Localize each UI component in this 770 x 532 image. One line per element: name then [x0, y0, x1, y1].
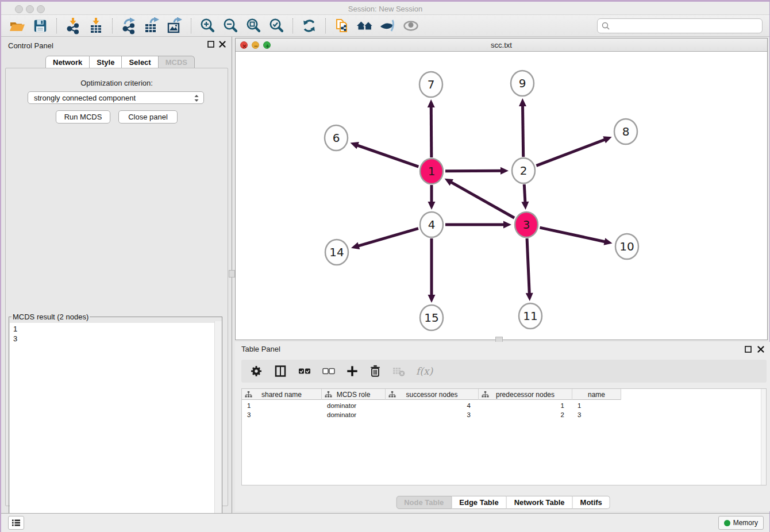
- open-folder-icon: [9, 17, 26, 34]
- toolbar-separator: [325, 18, 326, 33]
- zoom-selected-button[interactable]: [267, 17, 286, 35]
- tab-edge-table[interactable]: Edge Table: [452, 496, 506, 509]
- delete-table-icon: [392, 365, 406, 377]
- column-label: shared name: [261, 391, 302, 399]
- arrowhead: [351, 142, 359, 149]
- function-builder-button[interactable]: f(x): [416, 365, 433, 377]
- cell: 1: [479, 401, 572, 410]
- task-history-button[interactable]: [8, 516, 24, 530]
- table-panel-title: Table Panel: [241, 345, 280, 353]
- float-panel-icon[interactable]: [207, 41, 214, 48]
- arrowhead: [428, 295, 436, 303]
- column-header-shared-name[interactable]: shared name: [242, 389, 322, 400]
- tab-network[interactable]: Network: [45, 56, 90, 68]
- node-label-15: 15: [424, 311, 438, 325]
- column-header-MCDS-role[interactable]: MCDS role: [322, 389, 386, 400]
- network-window-titlebar: scc.txt: [236, 38, 767, 52]
- select-all-button[interactable]: [298, 366, 311, 376]
- run-mcds-button[interactable]: Run MCDS: [56, 110, 110, 124]
- panel-divider-handle[interactable]: [229, 270, 235, 277]
- zoom-fit-button[interactable]: [244, 17, 263, 35]
- close-panel-button[interactable]: Close panel: [118, 110, 178, 124]
- arrowhead: [351, 242, 360, 249]
- column-label: predecessor nodes: [496, 391, 555, 399]
- edge-1-2[interactable]: [445, 171, 502, 171]
- eye-icon: [402, 17, 420, 34]
- tab-motifs[interactable]: Motifs: [573, 496, 610, 509]
- save-session-button[interactable]: [30, 17, 50, 35]
- close-table-panel-icon[interactable]: [757, 346, 764, 353]
- import-network-icon: [64, 17, 82, 34]
- cell: 1: [242, 401, 322, 410]
- table-header-row: shared nameMCDS rolesuccessor nodesprede…: [242, 389, 621, 400]
- show-all-button[interactable]: [401, 17, 421, 35]
- edge-3-1[interactable]: [451, 182, 514, 218]
- control-panel-title: Control Panel: [8, 41, 53, 50]
- column-header-name[interactable]: name: [572, 389, 621, 400]
- edge-4-14[interactable]: [357, 229, 418, 246]
- arrowhead: [428, 202, 436, 210]
- network-canvas[interactable]: 7968124314101511: [236, 52, 767, 340]
- tab-node-table[interactable]: Node Table: [396, 496, 452, 509]
- arrowhead: [604, 238, 613, 245]
- export-image-button[interactable]: [165, 17, 184, 35]
- criterion-dropdown[interactable]: strongly connected component: [28, 91, 204, 104]
- edge-2-9[interactable]: [523, 105, 523, 157]
- tab-select[interactable]: Select: [122, 56, 158, 68]
- export-table-button[interactable]: [142, 17, 161, 35]
- table-row[interactable]: 1dominator411: [242, 401, 621, 410]
- open-session-button[interactable]: [7, 17, 27, 35]
- mcds-result-list[interactable]: 13: [10, 323, 221, 525]
- zoom-out-button[interactable]: [221, 17, 240, 35]
- delete-column-button[interactable]: [369, 364, 382, 378]
- attribute-icon: [388, 391, 396, 398]
- edge-1-6[interactable]: [357, 145, 418, 167]
- zoom-fit-icon: [245, 17, 262, 34]
- close-panel-icon[interactable]: [219, 41, 226, 48]
- table-row[interactable]: 3dominator323: [242, 410, 621, 419]
- application-window: Session: New Session: [0, 0, 770, 532]
- network-title: scc.txt: [236, 41, 767, 49]
- node-label-6: 6: [333, 131, 340, 145]
- window-title: Session: New Session: [1, 5, 769, 13]
- import-network-button[interactable]: [63, 17, 83, 35]
- tab-style[interactable]: Style: [90, 56, 122, 68]
- home-fit-button[interactable]: [355, 17, 375, 35]
- table-scrollbar[interactable]: [761, 389, 766, 485]
- column-visibility-button[interactable]: [274, 364, 287, 378]
- zoom-selected-icon: [268, 17, 285, 34]
- edge-3-10[interactable]: [540, 228, 605, 242]
- table-settings-button[interactable]: [249, 364, 263, 378]
- edge-2-3[interactable]: [524, 184, 525, 203]
- import-table-button[interactable]: [86, 17, 106, 35]
- add-column-button[interactable]: [346, 365, 359, 377]
- apply-layout-button[interactable]: [299, 17, 319, 35]
- network-graph[interactable]: 7968124314101511: [236, 52, 767, 340]
- export-network-button[interactable]: [119, 17, 138, 35]
- edge-3-11[interactable]: [527, 238, 529, 294]
- search-input[interactable]: [610, 20, 762, 32]
- duplicate-view-button[interactable]: [332, 17, 352, 35]
- zoom-in-icon: [199, 17, 216, 34]
- fx-icon: f(x): [416, 365, 433, 377]
- hide-selected-button[interactable]: [378, 17, 398, 35]
- criterion-value: strongly connected component: [34, 94, 136, 102]
- zoom-in-button[interactable]: [198, 17, 217, 35]
- float-table-panel-icon[interactable]: [745, 346, 752, 353]
- arrowhead: [526, 293, 533, 301]
- result-scrollbar[interactable]: [214, 321, 222, 525]
- tab-mcds[interactable]: MCDS: [159, 56, 195, 68]
- edge-1-7[interactable]: [431, 106, 432, 157]
- edge-2-8[interactable]: [536, 140, 605, 166]
- node-label-8: 8: [622, 125, 630, 138]
- duplicate-network-icon: [333, 17, 351, 34]
- tab-network-table[interactable]: Network Table: [507, 496, 573, 509]
- save-icon: [32, 18, 48, 34]
- delete-table-button[interactable]: [392, 365, 406, 377]
- column-header-predecessor-nodes[interactable]: predecessor nodes: [479, 389, 572, 400]
- homes-icon: [356, 17, 374, 34]
- deselect-all-button[interactable]: [322, 366, 336, 376]
- cell: 2: [479, 410, 572, 419]
- column-header-successor-nodes[interactable]: successor nodes: [386, 389, 479, 400]
- memory-button[interactable]: Memory: [718, 516, 764, 530]
